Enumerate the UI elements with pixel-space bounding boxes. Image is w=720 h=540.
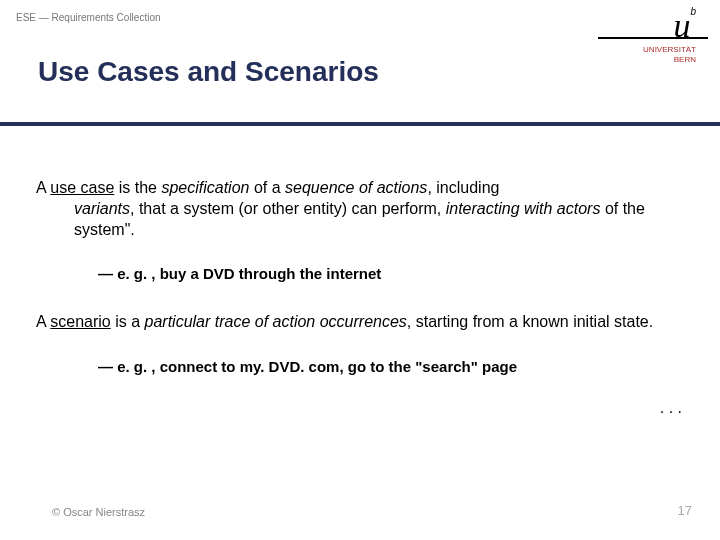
logo-divider — [598, 37, 708, 39]
t: scenario — [50, 313, 110, 330]
header-label: ESE — Requirements Collection — [16, 12, 161, 23]
example-scenario: — e. g. , connect to my. DVD. com, go to… — [36, 357, 692, 377]
example-usecase: — e. g. , buy a DVD through the internet — [36, 264, 692, 284]
t: use case — [50, 179, 114, 196]
t: interacting with actors — [446, 200, 601, 217]
logo-b: b — [690, 6, 696, 17]
paragraph-usecase: A use case is the specification of a seq… — [36, 178, 692, 240]
t: A — [36, 179, 50, 196]
t: of a — [249, 179, 285, 196]
page-number: 17 — [678, 503, 692, 518]
t: , starting from a known initial state. — [407, 313, 653, 330]
logo-letters: ub — [598, 6, 708, 35]
t: variants — [74, 200, 130, 217]
logo-line1: UNIVERSITÄT — [643, 45, 696, 54]
paragraph-scenario: A scenario is a particular trace of acti… — [36, 312, 692, 333]
t: particular trace of action occurrences — [145, 313, 407, 330]
logo-text: UNIVERSITÄT BERN — [598, 45, 708, 64]
ellipsis: . . . — [36, 398, 692, 419]
title-rule — [0, 122, 720, 126]
body-content: A use case is the specification of a seq… — [36, 178, 692, 419]
t: , that a system (or other entity) can pe… — [130, 200, 446, 217]
logo-line2: BERN — [674, 55, 696, 64]
university-logo: ub UNIVERSITÄT BERN — [598, 6, 708, 64]
t: A — [36, 313, 50, 330]
t: is a — [111, 313, 145, 330]
page-title: Use Cases and Scenarios — [38, 56, 379, 88]
footer-copyright: © Oscar Nierstrasz — [52, 506, 145, 518]
t: specification — [161, 179, 249, 196]
t: , including — [427, 179, 499, 196]
t: is the — [114, 179, 161, 196]
t: sequence of actions — [285, 179, 427, 196]
logo-u: u — [673, 12, 690, 39]
